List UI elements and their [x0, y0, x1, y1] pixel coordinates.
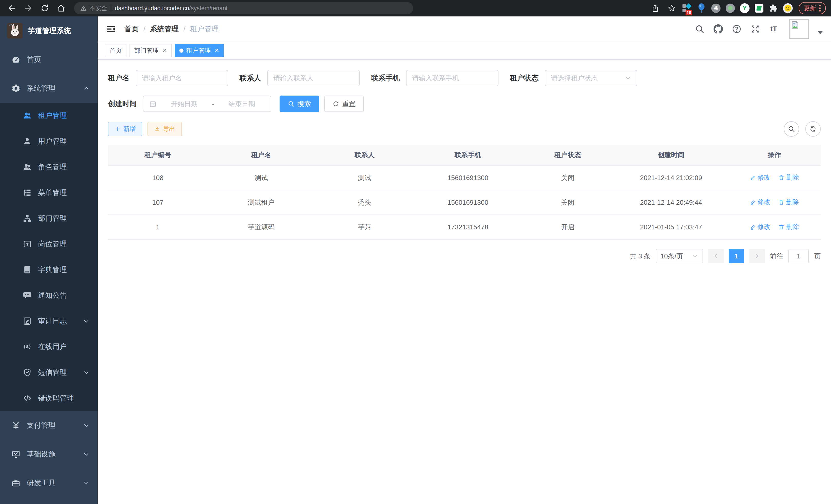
app-logo-row[interactable]: 芋道管理系统 — [0, 17, 98, 45]
github-icon[interactable] — [713, 24, 723, 34]
page-unit-label: 页 — [814, 252, 821, 261]
sidebar-item-home[interactable]: 首页 — [0, 45, 98, 74]
fullscreen-icon[interactable] — [750, 24, 760, 34]
breadcrumb-system[interactable]: 系统管理 — [150, 24, 179, 34]
sidebar-item-payment[interactable]: 支付管理 — [0, 411, 98, 440]
chrome-update-button[interactable]: 更新 — [799, 2, 826, 14]
home-icon[interactable] — [55, 2, 68, 15]
sidebar-item-infrastructure[interactable]: 基础设施 — [0, 440, 98, 469]
bookmark-star-icon[interactable] — [665, 2, 678, 15]
breadcrumb: 首页 / 系统管理 / 租户管理 — [124, 24, 219, 34]
close-icon[interactable]: ✕ — [214, 47, 219, 54]
sidebar-fold-icon[interactable] — [106, 24, 116, 34]
cell-actions: 修改 删除 — [728, 215, 821, 239]
next-page-button[interactable] — [749, 249, 765, 263]
breadcrumb-home[interactable]: 首页 — [124, 24, 139, 34]
chevron-down-icon — [83, 369, 89, 376]
forward-icon[interactable] — [22, 2, 35, 15]
date-end-placeholder[interactable]: 结束日期 — [218, 99, 265, 109]
edit-link[interactable]: 修改 — [750, 223, 770, 231]
sidebar-item-online-user[interactable]: 在线用户 — [0, 334, 98, 360]
extension-command-icon[interactable]: ⌘ — [710, 3, 721, 14]
sidebar-item-role[interactable]: 角色管理 — [0, 154, 98, 180]
sidebar-item-post[interactable]: 岗位管理 — [0, 231, 98, 257]
help-icon[interactable] — [732, 24, 742, 34]
create-time-label: 创建时间 — [108, 99, 137, 109]
back-icon[interactable] — [5, 2, 19, 15]
col-tenant-id: 租户编号 — [108, 145, 208, 166]
tag-tenant[interactable]: 租户管理 ✕ — [175, 44, 224, 57]
sidebar-item-notice[interactable]: 通知公告 — [0, 283, 98, 308]
chevron-down-icon — [625, 75, 631, 81]
delete-link[interactable]: 删除 — [778, 223, 799, 231]
cell-phone: 15601691300 — [414, 166, 521, 190]
sidebar-item-system[interactable]: 系统管理 — [0, 74, 98, 103]
phone-input[interactable] — [412, 74, 492, 82]
sidebar-item-dept[interactable]: 部门管理 — [0, 206, 98, 231]
chevron-down-icon — [83, 318, 89, 324]
header-search-icon[interactable] — [695, 24, 705, 34]
share-icon[interactable] — [649, 2, 662, 15]
user-avatar[interactable] — [790, 19, 809, 39]
tenant-name-input[interactable] — [142, 74, 222, 82]
delete-link[interactable]: 删除 — [778, 198, 799, 206]
reload-icon[interactable] — [38, 2, 51, 15]
refresh-button[interactable] — [805, 121, 821, 137]
sidebar-item-tenant[interactable]: 租户管理 — [0, 103, 98, 128]
profile-avatar-icon[interactable] — [782, 3, 794, 14]
chevron-down-icon — [83, 422, 89, 428]
delete-link[interactable]: 删除 — [778, 173, 799, 182]
error-code-icon — [23, 393, 32, 403]
extension-chat-icon[interactable] — [753, 3, 765, 14]
sidebar-item-sms[interactable]: 短信管理 — [0, 360, 98, 385]
address-bar[interactable]: 不安全 dashboard.yudao.iocoder.cn/system/te… — [74, 2, 413, 14]
cell-created: 2021-12-14 21:02:09 — [614, 166, 728, 190]
cell-status: 关闭 — [521, 190, 614, 215]
payment-icon — [11, 421, 21, 430]
goto-page-input[interactable] — [789, 249, 809, 263]
cell-created: 2021-01-05 17:03:47 — [614, 215, 728, 239]
contact-input[interactable] — [274, 74, 353, 82]
status-select[interactable]: 请选择租户状态 — [545, 70, 637, 86]
extension-balloon-icon[interactable] — [696, 3, 707, 14]
toggle-search-button[interactable] — [784, 121, 799, 137]
tenant-page: 租户名 联系人 联系手机 — [98, 60, 831, 504]
sidebar-item-user[interactable]: 用户管理 — [0, 128, 98, 154]
date-start-placeholder[interactable]: 开始日期 — [161, 99, 208, 109]
search-button[interactable]: 搜索 — [280, 95, 319, 112]
table-row: 1 芋道源码 芋艿 17321315478 开启 2021-01-05 17:0… — [108, 215, 821, 239]
sidebar-item-menu[interactable]: 菜单管理 — [0, 180, 98, 206]
page-number-1[interactable]: 1 — [729, 249, 744, 263]
close-icon[interactable]: ✕ — [163, 47, 167, 54]
browser-menu-icon[interactable] — [819, 5, 821, 11]
security-warning[interactable]: 不安全 — [80, 4, 107, 12]
sidebar-item-dict[interactable]: 字典管理 — [0, 257, 98, 283]
prev-page-button[interactable] — [708, 249, 724, 263]
sidebar-item-error-code[interactable]: 错误码管理 — [0, 385, 98, 411]
breadcrumb-separator: / — [143, 25, 145, 33]
cell-status: 开启 — [521, 215, 614, 239]
tag-dept[interactable]: 部门管理 ✕ — [130, 44, 172, 57]
sidebar-item-devtools[interactable]: 研发工具 — [0, 469, 98, 497]
extension-blocker-icon[interactable]: 10 — [682, 3, 693, 14]
extension-y-icon[interactable]: Y — [739, 3, 750, 14]
table-header-row: 租户编号 租户名 联系人 联系手机 租户状态 创建时间 操作 — [108, 145, 821, 166]
infrastructure-icon — [11, 449, 21, 459]
avatar-dropdown-icon[interactable] — [818, 31, 823, 34]
calendar-icon — [149, 100, 157, 108]
edit-link[interactable]: 修改 — [750, 173, 770, 182]
goto-label: 前往 — [770, 252, 783, 261]
edit-link[interactable]: 修改 — [750, 198, 770, 206]
online-user-icon — [23, 342, 32, 351]
breadcrumb-current: 租户管理 — [190, 24, 219, 34]
font-size-icon[interactable]: tT — [769, 24, 779, 34]
extensions-puzzle-icon[interactable] — [768, 3, 779, 14]
sidebar-item-audit-log[interactable]: 审计日志 — [0, 308, 98, 334]
extension-record-icon[interactable] — [725, 3, 736, 14]
page-size-select[interactable]: 10条/页 — [656, 249, 703, 263]
add-button[interactable]: 新增 — [108, 122, 142, 136]
reset-button[interactable]: 重置 — [324, 95, 364, 112]
tag-home[interactable]: 首页 — [105, 44, 126, 57]
export-button[interactable]: 导出 — [147, 122, 182, 136]
date-range-picker[interactable]: 开始日期 - 结束日期 — [143, 95, 271, 112]
